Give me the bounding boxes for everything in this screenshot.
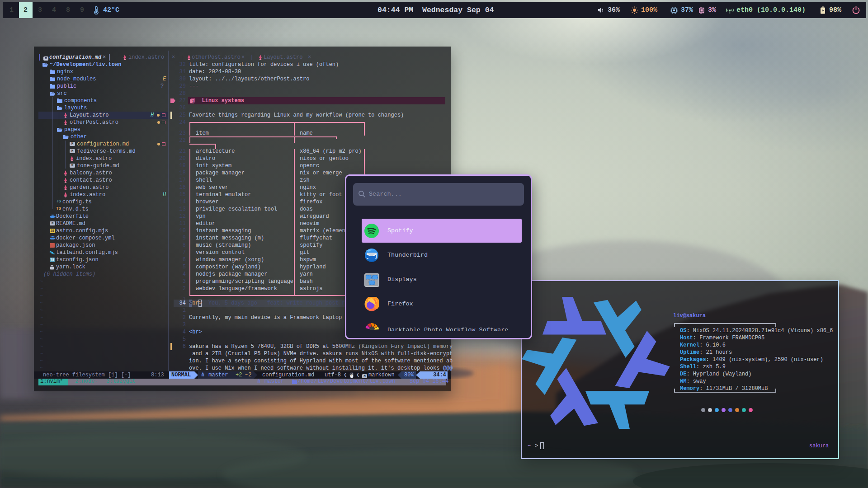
svg-text:1: 1 — [192, 100, 194, 103]
